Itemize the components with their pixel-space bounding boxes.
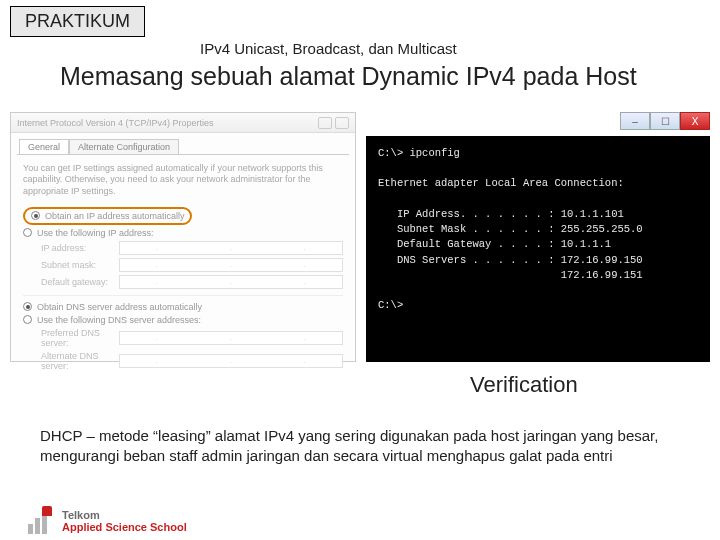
slide-subtitle: IPv4 Unicast, Broadcast, dan Multicast [200,40,457,57]
radio-dns-auto[interactable]: Obtain DNS server address automatically [23,302,343,312]
ipv4-properties-dialog: Internet Protocol Version 4 (TCP/IPv4) P… [10,112,356,362]
dialog-tabs: General Alternate Configuration [19,139,355,154]
console-line: Subnet Mask . . . . . . : 255.255.255.0 [378,223,643,235]
console-line: C:\> ipconfig [378,147,460,159]
field-default-gateway: Default gateway: ... [41,275,343,289]
radio-icon [23,315,32,324]
console-panel: – ☐ X C:\> ipconfig Ethernet adapter Loc… [366,112,710,362]
radio-obtain-auto[interactable]: Obtain an IP address automatically [23,207,343,225]
window-controls: – ☐ X [620,112,710,130]
radio-label: Use the following DNS server addresses: [37,315,201,325]
help-icon[interactable] [318,117,332,129]
radio-dns-manual[interactable]: Use the following DNS server addresses: [23,315,343,325]
field-preferred-dns: Preferred DNS server: ... [41,328,343,348]
field-alternate-dns: Alternate DNS server: ... [41,351,343,371]
minimize-button[interactable]: – [620,112,650,130]
dialog-title: Internet Protocol Version 4 (TCP/IPv4) P… [17,118,214,128]
close-button[interactable]: X [680,112,710,130]
field-subnet-mask: Subnet mask: ... [41,258,343,272]
close-icon[interactable] [335,117,349,129]
radio-label: Obtain an IP address automatically [45,211,184,221]
logo-text: Telkom Applied Science School [62,509,187,533]
command-prompt: C:\> ipconfig Ethernet adapter Local Are… [366,136,710,362]
dialog-titlebar: Internet Protocol Version 4 (TCP/IPv4) P… [11,113,355,133]
verification-label: Verification [470,372,578,398]
preferred-dns-input[interactable]: ... [119,331,343,345]
radio-icon [23,228,32,237]
tab-general[interactable]: General [19,139,69,154]
subnet-mask-input[interactable]: ... [119,258,343,272]
console-line: DNS Servers . . . . . . : 172.16.99.150 [378,254,643,266]
radio-use-following-ip[interactable]: Use the following IP address: [23,228,343,238]
console-line: Ethernet adapter Local Area Connection: [378,177,624,189]
radio-label: Use the following IP address: [37,228,153,238]
radio-icon [31,211,40,220]
field-ip-address: IP address: ... [41,241,343,255]
console-line: 172.16.99.151 [378,269,643,281]
dialog-body: You can get IP settings assigned automat… [17,154,349,382]
radio-icon [23,302,32,311]
console-line: IP Address. . . . . . . : 10.1.1.101 [378,208,624,220]
ip-address-input[interactable]: ... [119,241,343,255]
maximize-button[interactable]: ☐ [650,112,680,130]
alternate-dns-input[interactable]: ... [119,354,343,368]
tab-alternate-config[interactable]: Alternate Configuration [69,139,179,154]
dialog-intro-text: You can get IP settings assigned automat… [23,163,343,197]
radio-label: Obtain DNS server address automatically [37,302,202,312]
description-text: DHCP – metode “leasing” alamat IPv4 yang… [40,426,680,465]
console-line: C:\> [378,299,403,311]
slide-title: Memasang sebuah alamat Dynamic IPv4 pada… [60,62,710,91]
console-line: Default Gateway . . . . : 10.1.1.1 [378,238,611,250]
praktikum-badge: PRAKTIKUM [10,6,145,37]
logo-icon [28,508,54,534]
gateway-input[interactable]: ... [119,275,343,289]
telkom-logo: Telkom Applied Science School [28,508,187,534]
content-panels: Internet Protocol Version 4 (TCP/IPv4) P… [10,112,710,362]
